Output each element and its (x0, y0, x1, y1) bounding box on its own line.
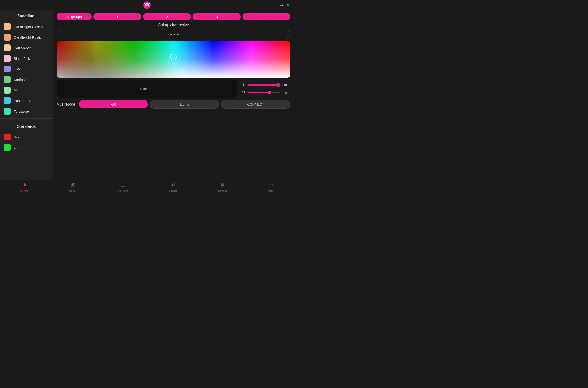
sidebar-color-item[interactable]: Turquoise (0, 106, 53, 117)
save-color-button[interactable]: Save color (57, 29, 290, 39)
nav-colors[interactable]: Colors (66, 181, 80, 193)
color-item-name: Candlelight Rustic (14, 35, 42, 39)
sliders-panel: ☀ 100 ⏱ 69 (239, 79, 290, 98)
color-swatch (4, 23, 11, 30)
colors-icon (70, 182, 75, 189)
standard-color-list: Red Green (0, 132, 53, 153)
sidebar-color-item[interactable]: Candlelight Rustic (0, 32, 53, 43)
color-swatch (4, 87, 11, 94)
svg-point-15 (72, 185, 73, 186)
tab-group-4[interactable]: 4 (243, 13, 290, 21)
sidebar-color-item[interactable]: Candlelight Classic (0, 21, 53, 32)
tab-group-2[interactable]: 2 (143, 13, 191, 21)
svg-rect-18 (123, 184, 123, 186)
color-swatch (4, 134, 11, 141)
main-content: All groups 1 2 3 4 Colorpicker active Sa… (53, 10, 294, 180)
sidebar-divider (0, 118, 53, 119)
header-icons: ⇥ ✶ (280, 2, 290, 8)
musikmode-lights-button[interactable]: Lights (150, 100, 219, 109)
sidebar: Wedding Candlelight Classic Candlelight … (0, 10, 53, 180)
login-icon[interactable]: ⇥ (280, 2, 284, 8)
svg-point-26 (270, 184, 271, 185)
sidebar-color-item[interactable]: Red (0, 132, 53, 142)
brightness-slider[interactable] (248, 84, 280, 86)
color-item-name: Candlelight Classic (14, 25, 43, 29)
sidebar-color-item[interactable]: Lilac (0, 64, 53, 74)
sidebar-color-item[interactable]: Soft Amber (0, 43, 53, 53)
more-nav-label: More (268, 189, 273, 192)
app-header: ⇥ ✶ (0, 0, 294, 10)
color-item-name: Red (14, 135, 20, 139)
svg-point-25 (269, 184, 270, 185)
svg-rect-19 (124, 184, 124, 186)
musikmode-connect-button[interactable]: CONNECT (221, 100, 290, 109)
sidebar-color-item[interactable]: Green (0, 142, 53, 153)
brightness-row: ☀ 100 (241, 82, 289, 88)
svg-rect-10 (24, 183, 25, 186)
svg-point-24 (222, 184, 223, 185)
musikmode-off-button[interactable]: Off (79, 100, 148, 108)
color-swatch (4, 76, 11, 83)
svg-point-4 (146, 5, 148, 6)
devices-nav-label: Devices (218, 189, 227, 192)
svg-rect-9 (23, 184, 23, 186)
svg-rect-17 (121, 184, 122, 186)
nav-more[interactable]: More (264, 181, 277, 193)
color-item-name: Mint (14, 88, 20, 92)
color-item-name: Turquoise (14, 109, 29, 113)
svg-marker-21 (175, 184, 176, 186)
control-nav-label: Control (21, 189, 28, 192)
nav-control[interactable]: Control (17, 181, 32, 193)
sidebar-color-item[interactable]: Pastel Blue (0, 95, 53, 106)
svg-rect-11 (25, 184, 26, 186)
colors-nav-label: Colors (69, 189, 77, 192)
color-swatch (4, 97, 11, 104)
color-item-name: Green (14, 146, 23, 150)
color-swatch (4, 108, 11, 115)
devices-icon (220, 182, 225, 189)
speed-value: 69 (282, 91, 289, 95)
colorpicker-title: Colorpicker active (57, 23, 290, 27)
svg-point-7 (144, 3, 146, 4)
svg-point-13 (71, 183, 73, 185)
scenes-icon (171, 182, 176, 189)
group-tabs: All groups 1 2 3 4 (57, 13, 290, 21)
control-icon (22, 182, 27, 189)
svg-marker-22 (173, 184, 174, 186)
color-swatch (4, 144, 11, 151)
tab-group-3[interactable]: 3 (193, 13, 241, 21)
sidebar-color-item[interactable]: Seafoam (0, 74, 53, 85)
svg-point-27 (272, 184, 273, 185)
svg-point-14 (73, 183, 74, 185)
nav-scenes[interactable]: Scenes (165, 181, 181, 193)
color-item-name: Blush Pink (14, 57, 30, 60)
tab-group-1[interactable]: 1 (93, 13, 141, 21)
programs-nav-label: Programs (117, 189, 128, 192)
svg-point-3 (147, 4, 148, 5)
scenes-nav-label: Scenes (169, 189, 178, 192)
musikmode-bar: MusikMode Off Lights CONNECT (57, 98, 290, 110)
brightness-icon: ☀ (241, 82, 246, 88)
blackout-button[interactable]: Blackout (57, 79, 237, 98)
sidebar-color-item[interactable]: Blush Pink (0, 53, 53, 64)
main-layout: Wedding Candlelight Classic Candlelight … (0, 10, 294, 180)
svg-point-8 (148, 3, 150, 4)
programs-icon (120, 182, 125, 189)
speed-row: ⏱ 69 (241, 90, 289, 95)
speed-slider[interactable] (248, 92, 280, 93)
nav-programs[interactable]: Programs (114, 181, 132, 193)
bluetooth-icon[interactable]: ✶ (286, 2, 290, 8)
color-swatch (4, 55, 11, 62)
sidebar-color-item[interactable]: Mint (0, 85, 53, 95)
colorpicker-canvas[interactable] (57, 41, 290, 78)
color-item-name: Soft Amber (14, 46, 31, 50)
tab-all-groups[interactable]: All groups (57, 13, 92, 21)
color-item-name: Pastel Blue (14, 99, 31, 103)
nav-devices[interactable]: Devices (215, 181, 231, 193)
color-item-name: Seafoam (14, 78, 27, 82)
musikmode-label: MusikMode (57, 102, 77, 106)
color-item-name: Lilac (14, 67, 21, 71)
bottom-controls: Blackout ☀ 100 ⏱ 69 (57, 79, 290, 98)
brightness-value: 100 (282, 83, 289, 87)
bottom-nav: Control Colors Programs (0, 180, 294, 194)
